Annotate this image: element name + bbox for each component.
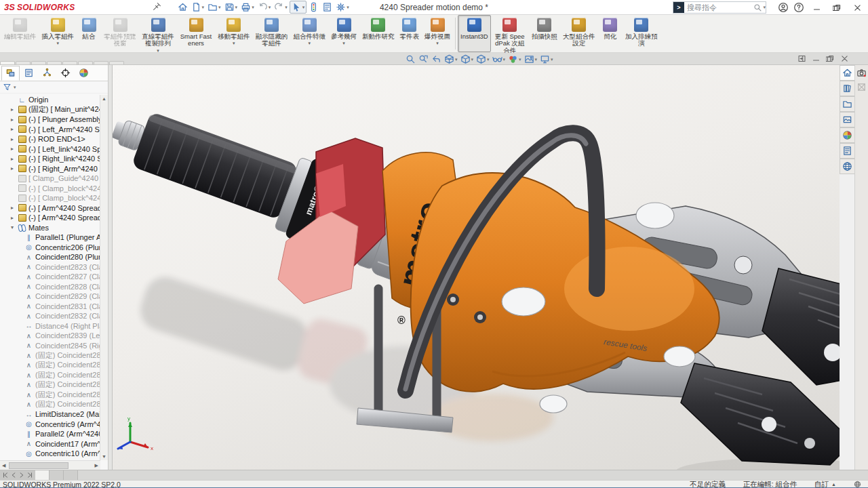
tree-item[interactable]: ∥ Parallel1 (Plunger Assembly: [0, 232, 100, 243]
view-tool-button[interactable]: ▾: [540, 54, 553, 64]
tree-item[interactable]: ∧ Coincident280 (Plunger Ass: [0, 252, 100, 262]
task-pane-tab[interactable]: [840, 112, 854, 127]
tree-item[interactable]: ∧ Coincident2823 (Clamp_Gu: [0, 262, 100, 272]
user-account-icon[interactable]: [777, 2, 789, 14]
quick-button[interactable]: ▾: [290, 1, 307, 14]
tree-item[interactable]: ▸ (-) [ Arm^4240 Spreader motio: [0, 213, 100, 223]
menu-item[interactable]: [93, 6, 104, 9]
quick-button[interactable]: [307, 1, 320, 13]
menu-item[interactable]: [115, 6, 125, 9]
3d-model-spreader[interactable]: matro® OPEN ORE CLOSE: [113, 65, 840, 470]
study-tab[interactable]: [64, 470, 78, 480]
doc-close-icon[interactable]: [840, 54, 849, 63]
task-pane-tab[interactable]: [840, 159, 854, 174]
close-button[interactable]: [849, 1, 865, 14]
task-pane-tab[interactable]: [840, 65, 854, 81]
first-tab-icon[interactable]: [2, 472, 9, 479]
graphics-viewport[interactable]: matro® OPEN ORE CLOSE: [113, 65, 840, 470]
tree-item[interactable]: ∧ Coincident2831 (Clamp_Gu: [0, 302, 100, 312]
expand-arrow-icon[interactable]: ▸: [11, 117, 18, 123]
dropdown-caret-icon[interactable]: ▾: [233, 41, 235, 45]
view-tool-button[interactable]: [406, 54, 416, 64]
expand-arrow-icon[interactable]: ▸: [11, 146, 18, 152]
ribbon-button[interactable]: 參考幾何 ▾: [328, 15, 359, 52]
ribbon-button[interactable]: 拍攝快照: [529, 15, 560, 52]
command-tab[interactable]: [47, 61, 62, 64]
tree-item[interactable]: ∧ (固定) Coincident2849 (Ma: [0, 361, 100, 371]
quick-button[interactable]: ▾: [206, 1, 222, 13]
tree-item[interactable]: ◎ Concentric206 (Plunger Ass: [0, 243, 100, 253]
quick-button[interactable]: ▾: [334, 1, 351, 13]
tree-item[interactable]: (-) [ Clamp_block^4240 Spread: [0, 193, 100, 203]
expand-arrow-icon[interactable]: ▸: [11, 156, 18, 162]
show-pane-icon[interactable]: [797, 54, 806, 63]
ribbon-button[interactable]: 爆炸視圖 ▾: [422, 15, 453, 52]
ribbon-button[interactable]: Smart Fasteners: [177, 15, 215, 52]
unit-caret-icon[interactable]: ▲: [831, 482, 836, 487]
tree-item[interactable]: ∧ (固定) Coincident2861 (平面: [0, 400, 100, 410]
dropdown-caret-icon[interactable]: ▾: [157, 48, 159, 53]
tree-item[interactable]: (-) [ Clamp_block^4240 Spread: [0, 184, 100, 194]
restore-button[interactable]: [829, 1, 845, 14]
command-tab[interactable]: [109, 61, 124, 64]
view-tool-button[interactable]: ▾: [524, 54, 538, 64]
tree-item[interactable]: ▸ (-) [ Right_Arm^4240 Spreader: [0, 164, 100, 174]
tree-item[interactable]: ▸ (-) [ Plunger Assembly^4240 Sp: [0, 115, 100, 125]
tree-item[interactable]: ∥ Parallel2 (Arm^4240 Sprea: [0, 429, 100, 439]
tree-item[interactable]: [ Clamp_Guide^4240 Spreader: [0, 174, 100, 184]
scroll-left-icon[interactable]: ◀: [0, 463, 7, 468]
tree-item[interactable]: ▸ (固定) [ Main_unit^4240 Spread: [0, 105, 100, 115]
quick-button[interactable]: ▾: [223, 1, 239, 13]
ribbon-button[interactable]: 插入零組件 ▾: [39, 15, 77, 52]
ribbon-button[interactable]: 新動作研究: [359, 15, 397, 52]
tree-item[interactable]: ▸ (-) ROD END<1>: [0, 134, 100, 144]
last-tab-icon[interactable]: [26, 472, 33, 479]
ribbon-button[interactable]: 零組件預覽視窗: [101, 15, 139, 52]
scroll-up-icon[interactable]: ▲: [102, 96, 106, 101]
filter-funnel-icon[interactable]: [3, 83, 12, 92]
command-tab[interactable]: [62, 61, 77, 64]
command-tab[interactable]: [16, 61, 31, 64]
tree-item[interactable]: ▸ (-) [ Left_link^4240 Spreader m: [0, 144, 100, 155]
task-pane-tab[interactable]: [840, 143, 854, 159]
task-pane-tab[interactable]: [840, 81, 854, 96]
tree-item[interactable]: ∧ Coincident2828 (Clamp_Gu: [0, 282, 100, 292]
view-tool-button[interactable]: ▾: [508, 54, 521, 64]
filter-caret-icon[interactable]: ▾: [14, 85, 16, 90]
ribbon-button[interactable]: 顯示隱藏的零組件: [253, 15, 291, 52]
next-tab-icon[interactable]: [18, 472, 25, 479]
tree-item[interactable]: ∧ Coincident2832 (Clamp_Gu: [0, 311, 100, 321]
tree-item[interactable]: ∟ Origin: [0, 95, 100, 105]
quick-button[interactable]: [321, 1, 334, 13]
tree-item[interactable]: ▸ (-) [ Arm^4240 Spreader motio: [0, 203, 100, 214]
dropdown-caret-icon[interactable]: ▾: [436, 41, 439, 45]
quick-button[interactable]: ▾: [273, 1, 289, 13]
expand-arrow-icon[interactable]: ▾: [11, 224, 18, 230]
command-tab[interactable]: [94, 61, 108, 64]
dropdown-caret-icon[interactable]: ▾: [308, 41, 311, 45]
tree-item[interactable]: ◎ Concentric10 (Arm^4240 S: [0, 449, 100, 459]
ribbon-button[interactable]: 零件表: [397, 15, 422, 52]
tree-item[interactable]: ∧ (固定) Coincident2860 (平面: [0, 390, 100, 400]
view-tool-button[interactable]: ▾: [476, 54, 490, 64]
search-caret-icon[interactable]: ▾: [763, 5, 766, 10]
tree-item[interactable]: ↔ LimitDistance2 (Main_unit^: [0, 409, 100, 420]
ribbon-button[interactable]: 移動零組件 ▾: [215, 15, 253, 52]
view-tool-button[interactable]: ▾: [444, 54, 458, 64]
expand-arrow-icon[interactable]: ▸: [11, 136, 18, 142]
tree-item[interactable]: ▾ Mates: [0, 223, 100, 233]
menu-item[interactable]: [125, 6, 136, 9]
tree-item[interactable]: ∧ Coincident2829 (Clamp_Gu: [0, 291, 100, 302]
tree-item[interactable]: ∧ Coincident2839 (Left_Arm^: [0, 331, 100, 341]
tree-item[interactable]: ∧ (固定) Coincident2848 (平面: [0, 350, 100, 361]
command-tab[interactable]: [78, 61, 93, 64]
ribbon-button[interactable]: 編輯零組件: [1, 15, 39, 52]
dropdown-caret-icon[interactable]: ▾: [56, 41, 59, 45]
search-input[interactable]: [684, 3, 753, 12]
ribbon-button[interactable]: 直線零組件複製排列 ▾: [139, 15, 177, 52]
view-tool-button[interactable]: [431, 54, 441, 64]
expand-arrow-icon[interactable]: ▸: [11, 215, 18, 221]
minimize-button[interactable]: [808, 1, 825, 14]
ribbon-button[interactable]: 加入排練預演: [623, 15, 660, 52]
scrollbar-thumb[interactable]: [9, 462, 68, 469]
